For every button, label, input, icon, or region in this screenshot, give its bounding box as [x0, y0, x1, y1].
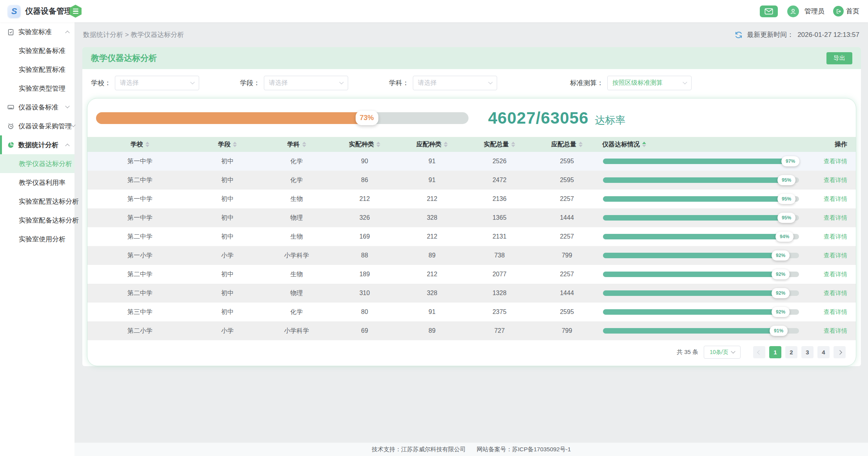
- view-details-link[interactable]: 查看详情: [824, 177, 847, 183]
- school-cell: 第一中学: [87, 208, 192, 227]
- view-details-link[interactable]: 查看详情: [824, 290, 847, 296]
- required-types-cell: 212: [398, 265, 466, 284]
- table-row: 第二小学小学小学科学698972779991%查看详情: [87, 321, 856, 340]
- view-details-link[interactable]: 查看详情: [824, 195, 847, 202]
- stage-cell: 小学: [192, 321, 262, 340]
- required-types-cell: 328: [398, 284, 466, 303]
- app-title: 仪器设备管理: [25, 6, 72, 16]
- clipboard-icon: [7, 28, 15, 36]
- attainment-cell: 92%: [601, 284, 799, 303]
- attainment-cell: 97%: [601, 152, 799, 171]
- actual-total-cell: 738: [466, 246, 533, 265]
- required-types-cell: 212: [398, 190, 466, 208]
- messages-button[interactable]: [760, 5, 778, 17]
- required-total-cell: 1444: [533, 284, 601, 303]
- col-attainment[interactable]: 仪器达标情况: [601, 137, 799, 152]
- sidebar-group-lab-standards[interactable]: 实验室标准: [0, 22, 74, 41]
- col-required-types[interactable]: 应配种类: [398, 137, 466, 152]
- sidebar-item[interactable]: 实验室配置达标分析: [0, 192, 74, 211]
- sidebar-item[interactable]: 实验室类型管理: [0, 79, 74, 98]
- sidebar-item[interactable]: 实验室配备标准: [0, 41, 74, 60]
- next-page-button[interactable]: [833, 346, 846, 358]
- attainment-cell: 92%: [601, 303, 799, 321]
- required-types-cell: 91: [398, 303, 466, 321]
- view-details-link[interactable]: 查看详情: [824, 233, 847, 240]
- page-button-active[interactable]: 1: [769, 346, 781, 358]
- envelope-icon: [764, 8, 773, 15]
- col-school[interactable]: 学校: [87, 137, 192, 152]
- sort-icon: [579, 142, 583, 147]
- stage-cell: 初中: [192, 265, 262, 284]
- refresh-icon[interactable]: [734, 31, 743, 39]
- view-details-link[interactable]: 查看详情: [824, 327, 847, 334]
- action-cell: 查看详情: [799, 265, 856, 284]
- standard-select[interactable]: 按照区级标准测算: [607, 76, 692, 90]
- view-details-link[interactable]: 查看详情: [824, 308, 847, 315]
- table-row: 第一中学初中生物2122122136225795%查看详情: [87, 190, 856, 208]
- required-total-cell: 799: [533, 246, 601, 265]
- actual-types-cell: 212: [331, 190, 398, 208]
- view-details-link[interactable]: 查看详情: [824, 158, 847, 164]
- school-select[interactable]: 请选择: [115, 76, 199, 90]
- attainment-progress-track: 95%: [603, 177, 799, 183]
- required-total-cell: 1444: [533, 208, 601, 227]
- subject-select[interactable]: 请选择: [413, 76, 497, 90]
- attainment-progress-track: 92%: [603, 309, 799, 315]
- prev-page-button[interactable]: [753, 346, 765, 358]
- col-required-total[interactable]: 应配总量: [533, 137, 601, 152]
- col-subject[interactable]: 学科: [262, 137, 331, 152]
- attainment-cell: 95%: [601, 171, 799, 190]
- attainment-progress-track: 92%: [603, 290, 799, 296]
- table-row: 第二中学初中物理3103281328144492%查看详情: [87, 284, 856, 303]
- attainment-cell: 92%: [601, 246, 799, 265]
- attainment-progress-track: 95%: [603, 215, 799, 221]
- attainment-progress-fill: 95%: [603, 177, 789, 183]
- sidebar-item[interactable]: 实验室配备达标分析: [0, 211, 74, 230]
- subject-cell: 生物: [262, 227, 331, 246]
- subject-cell: 物理: [262, 284, 331, 303]
- sort-icon: [511, 142, 515, 147]
- action-cell: 查看详情: [799, 171, 856, 190]
- attainment-cell: 92%: [601, 265, 799, 284]
- actual-types-cell: 90: [331, 152, 398, 171]
- page-size-select[interactable]: 10条/页: [704, 346, 741, 359]
- page-button[interactable]: 3: [801, 346, 814, 358]
- actual-total-cell: 2472: [466, 171, 533, 190]
- action-cell: 查看详情: [799, 227, 856, 246]
- export-button[interactable]: 导出: [826, 52, 852, 64]
- sidebar-item-active[interactable]: 教学仪器达标分析: [0, 154, 74, 173]
- required-types-cell: 212: [398, 227, 466, 246]
- col-actual-types[interactable]: 实配种类: [331, 137, 398, 152]
- page-button[interactable]: 4: [817, 346, 830, 358]
- pagination: 共 35 条 10条/页 1234: [87, 340, 856, 366]
- school-cell: 第一中学: [87, 152, 192, 171]
- pager: 1234: [753, 346, 846, 358]
- sidebar-group-equipment-standards[interactable]: 仪器设备标准: [0, 98, 74, 117]
- summary-progress-track: 73%: [96, 112, 469, 124]
- subject-cell: 小学科学: [262, 246, 331, 265]
- sidebar-item[interactable]: 教学仪器利用率: [0, 173, 74, 192]
- view-details-link[interactable]: 查看详情: [824, 214, 847, 221]
- view-details-link[interactable]: 查看详情: [824, 252, 847, 259]
- sidebar-item[interactable]: 实验室使用分析: [0, 230, 74, 248]
- filter-standard: 标准测算： 按照区级标准测算: [570, 76, 692, 90]
- page-button[interactable]: 2: [785, 346, 797, 358]
- sidebar-group-purchase-management[interactable]: 仪器设备采购管理: [0, 117, 74, 135]
- subject-cell: 化学: [262, 171, 331, 190]
- required-types-cell: 91: [398, 171, 466, 190]
- user-avatar[interactable]: [787, 5, 799, 17]
- stage-select[interactable]: 请选择: [264, 76, 348, 90]
- view-details-link[interactable]: 查看详情: [824, 271, 847, 277]
- school-cell: 第一小学: [87, 246, 192, 265]
- attainment-progress-fill: 92%: [603, 309, 783, 315]
- admin-name[interactable]: 管理员: [804, 7, 824, 16]
- main-content: 数据统计分析 > 教学仪器达标分析 最新更新时间： 2026-01-27 12:…: [74, 22, 868, 456]
- col-stage[interactable]: 学段: [192, 137, 262, 152]
- total-count: 共 35 条: [677, 348, 698, 356]
- col-actual-total[interactable]: 实配总量: [466, 137, 533, 152]
- actual-total-cell: 2375: [466, 303, 533, 321]
- filter-school: 学校： 请选择: [91, 76, 199, 90]
- sidebar-group-data-statistics[interactable]: 数据统计分析: [0, 135, 74, 154]
- sidebar-item[interactable]: 实验室配置标准: [0, 60, 74, 79]
- home-button[interactable]: 首页: [833, 6, 859, 16]
